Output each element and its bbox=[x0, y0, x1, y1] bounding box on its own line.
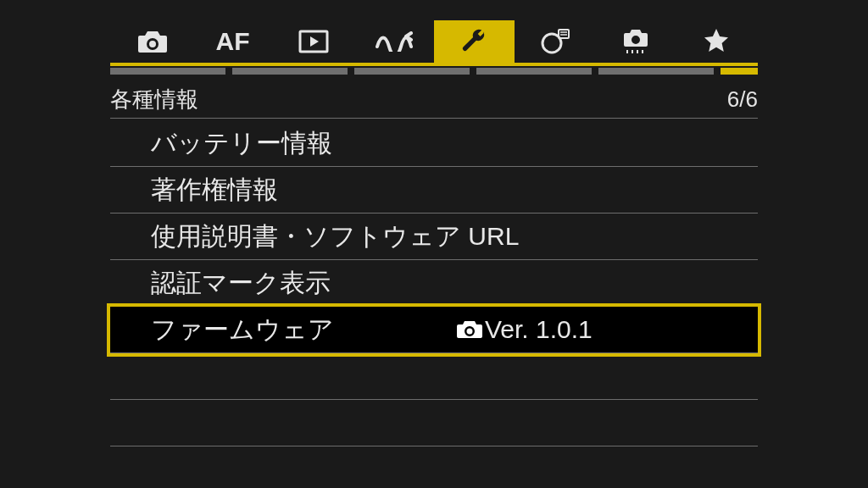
star-icon bbox=[702, 27, 731, 56]
tab-playback[interactable] bbox=[273, 20, 353, 63]
menu-list: バッテリー情報 著作権情報 使用説明書・ソフトウェア URL 認証マーク表示 フ… bbox=[110, 120, 758, 446]
menu-item-firmware[interactable]: ファームウェア Ver. 1.0.1 bbox=[110, 307, 758, 353]
firmware-version: Ver. 1.0.1 bbox=[485, 315, 593, 344]
custom-icon bbox=[620, 28, 651, 55]
tab-mymenu[interactable] bbox=[676, 20, 756, 63]
camera-icon bbox=[456, 319, 483, 340]
camera-icon bbox=[136, 29, 169, 54]
page-indicator: 6/6 bbox=[727, 86, 758, 113]
menu-item-label: 使用説明書・ソフトウェア URL bbox=[151, 219, 519, 254]
subpage-seg bbox=[232, 68, 348, 75]
tab-custom[interactable] bbox=[595, 20, 676, 63]
subpage-seg bbox=[110, 68, 225, 75]
menu-item-empty bbox=[110, 400, 758, 446]
wrench-icon bbox=[460, 27, 489, 56]
subpage-seg bbox=[598, 68, 714, 75]
menu-item-label: ファームウェア bbox=[151, 313, 334, 347]
menu-item-value: Ver. 1.0.1 bbox=[456, 315, 593, 344]
menu-item-manual-url[interactable]: 使用説明書・ソフトウェア URL bbox=[110, 214, 758, 260]
tab-display[interactable] bbox=[515, 20, 595, 63]
tabbar-underline bbox=[110, 63, 758, 66]
tab-setup[interactable] bbox=[434, 20, 515, 63]
subpage-seg bbox=[354, 68, 470, 75]
tab-wireless[interactable] bbox=[353, 20, 434, 63]
menu-item-label: 著作権情報 bbox=[151, 173, 278, 208]
section-header: 各種情報 6/6 bbox=[110, 81, 758, 119]
menu-item-label: バッテリー情報 bbox=[151, 126, 332, 161]
section-title: 各種情報 bbox=[110, 85, 198, 114]
subpage-indicator bbox=[110, 68, 758, 76]
menu-item-battery-info[interactable]: バッテリー情報 bbox=[110, 120, 758, 167]
menu-item-copyright-info[interactable]: 著作権情報 bbox=[110, 167, 758, 214]
menu-item-empty bbox=[110, 353, 758, 400]
menu-item-label: 認証マーク表示 bbox=[151, 266, 331, 301]
subpage-seg bbox=[476, 68, 592, 75]
tab-af[interactable]: AF bbox=[192, 20, 273, 63]
top-tab-bar: AF bbox=[0, 20, 868, 63]
wireless-icon bbox=[376, 31, 413, 52]
level-icon bbox=[540, 28, 570, 55]
tab-shooting[interactable] bbox=[112, 20, 192, 63]
af-icon: AF bbox=[216, 27, 250, 56]
subpage-seg-active bbox=[721, 68, 758, 75]
menu-item-cert-logo[interactable]: 認証マーク表示 bbox=[110, 260, 758, 307]
playback-icon bbox=[298, 30, 329, 53]
